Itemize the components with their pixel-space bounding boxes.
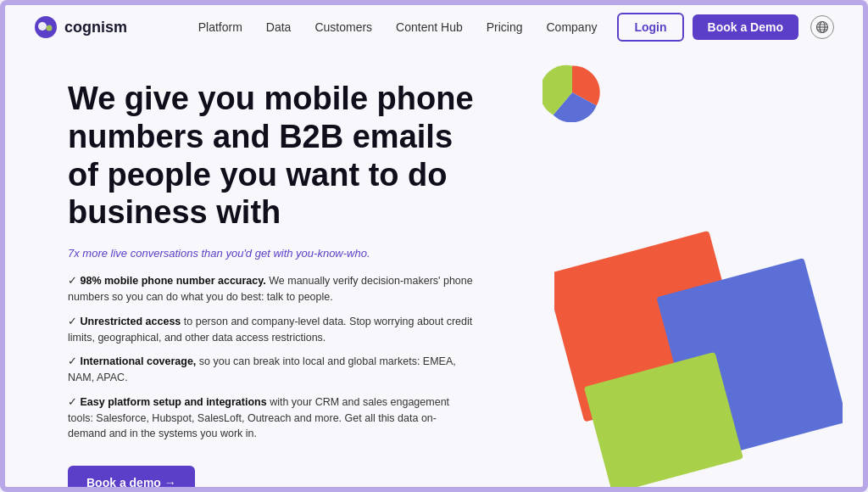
feature-item-2: ✓ Unrestricted access to person and comp…	[68, 314, 475, 346]
chart-large	[554, 221, 843, 492]
logo[interactable]: cognism	[34, 15, 127, 39]
nav-pricing[interactable]: Pricing	[487, 20, 523, 34]
nav-data[interactable]: Data	[266, 20, 292, 34]
nav-platform[interactable]: Platform	[198, 20, 242, 34]
svg-point-2	[47, 25, 53, 31]
nav-actions: Login Book a Demo	[617, 13, 834, 42]
hero-right	[475, 71, 817, 475]
hero-section: We give you mobile phone numbers and B2B…	[0, 54, 868, 492]
nav-links: Platform Data Customers Content Hub Pric…	[198, 20, 598, 34]
nav-company[interactable]: Company	[547, 20, 598, 34]
nav-customers[interactable]: Customers	[314, 20, 372, 34]
feature-item-1: ✓ 98% mobile phone number accuracy. We m…	[68, 273, 475, 305]
globe-icon	[815, 20, 829, 34]
language-selector[interactable]	[810, 15, 834, 39]
hero-left: We give you mobile phone numbers and B2B…	[68, 71, 475, 475]
login-button[interactable]: Login	[617, 13, 683, 42]
nav-content-hub[interactable]: Content Hub	[396, 20, 463, 34]
svg-point-1	[38, 22, 47, 31]
feature-item-3: ✓ International coverage, so you can bre…	[68, 354, 475, 386]
logo-text: cognism	[64, 19, 127, 36]
hero-headline: We give you mobile phone numbers and B2B…	[68, 80, 475, 232]
pie-chart-small	[542, 63, 602, 122]
book-demo-nav-button[interactable]: Book a Demo	[693, 14, 798, 40]
feature-item-4: ✓ Easy platform setup and integrations w…	[68, 394, 475, 442]
book-demo-hero-button[interactable]: Book a demo →	[68, 466, 195, 492]
hero-tagline: 7x more live conversations than you'd ge…	[68, 247, 475, 260]
logo-icon	[34, 15, 58, 39]
features-list: ✓ 98% mobile phone number accuracy. We m…	[68, 273, 475, 442]
